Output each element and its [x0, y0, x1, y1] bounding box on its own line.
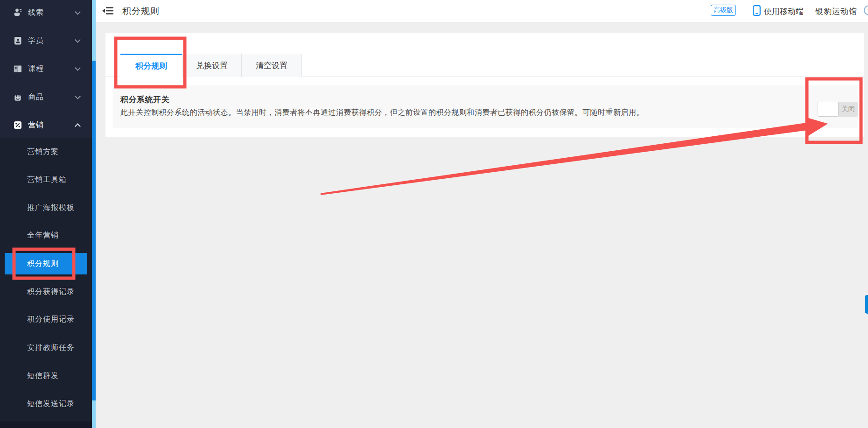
sidebar-item-marketing[interactable]: 营销	[0, 112, 92, 138]
sidebar-item-students[interactable]: 学员	[0, 28, 92, 53]
percent-icon	[13, 120, 22, 130]
points-switch-row: 积分系统开关 此开关控制积分系统的活动状态。当禁用时，消费者将不再通过消费获得积…	[113, 85, 858, 128]
sidebar-item-leads[interactable]: 线索	[0, 0, 92, 25]
top-header	[96, 0, 868, 22]
user-icon	[13, 8, 22, 17]
chevron-down-icon	[75, 93, 81, 99]
chevron-down-icon	[75, 37, 81, 43]
chevron-up-icon	[75, 123, 81, 129]
sidebar-subitem-points-earn-records[interactable]: 积分获得记录	[0, 281, 92, 302]
tab-points-rules[interactable]: 积分规则	[120, 54, 182, 77]
sidebar-item-label: 商品	[28, 92, 44, 102]
sidebar-subitem-annual-marketing[interactable]: 全年营销	[0, 225, 92, 246]
use-mobile-link[interactable]: 使用移动端	[764, 6, 804, 17]
sidebar-item-courses[interactable]: 课程	[0, 56, 92, 81]
sidebar-subitem-marketing-plan[interactable]: 营销方案	[0, 141, 92, 162]
content-card: 积分规则 兑换设置 清空设置 积分系统开关 此开关控制积分系统的活动状态。当禁用…	[105, 33, 864, 137]
sidebar-scrollbar-thumb[interactable]	[92, 61, 96, 400]
book-icon	[13, 64, 22, 73]
sidebar-item-label: 课程	[28, 64, 44, 74]
chevron-down-icon	[75, 65, 81, 71]
sidebar-item-label: 营销	[28, 120, 44, 130]
sidebar-item-label: 线索	[28, 8, 44, 18]
bag-icon	[13, 92, 22, 102]
sidebar-subitem-marketing-toolbox[interactable]: 营销工具箱	[0, 169, 92, 190]
sidebar: 线索 学员 课程	[0, 0, 92, 428]
tab-bar: 积分规则 兑换设置 清空设置	[105, 54, 864, 77]
sidebar-subitem-points-use-records[interactable]: 积分使用记录	[0, 309, 92, 330]
tab-exchange-settings[interactable]: 兑换设置	[182, 54, 242, 77]
sidebar-subitem-sms-bulk[interactable]: 短信群发	[0, 365, 92, 386]
mobile-phone-icon	[753, 5, 761, 16]
store-name[interactable]: 银豹运动馆	[815, 6, 857, 17]
tab-clear-settings[interactable]: 清空设置	[241, 54, 302, 77]
sidebar-subitem-points-rules[interactable]: 积分规则	[5, 253, 87, 274]
sidebar-subitem-sms-send-records[interactable]: 短信发送记录	[0, 393, 92, 414]
section-title: 积分系统开关	[120, 94, 169, 105]
toggle-state-label: 关闭	[839, 102, 858, 117]
points-system-toggle[interactable]: 关闭	[818, 102, 858, 117]
section-description: 此开关控制积分系统的活动状态。当禁用时，消费者将不再通过消费获得积分，但之前设置…	[120, 108, 644, 118]
sidebar-scrollbar-track[interactable]	[92, 0, 96, 428]
right-edge-handle[interactable]	[865, 295, 868, 314]
sidebar-item-label: 学员	[28, 36, 44, 46]
page-title: 积分规则	[122, 5, 160, 17]
toggle-knob	[818, 102, 839, 117]
sidebar-subitem-teacher-tasks[interactable]: 安排教师任务	[0, 337, 92, 358]
sidebar-footer	[0, 421, 92, 428]
contacts-icon	[13, 36, 22, 45]
sidebar-item-goods[interactable]: 商品	[0, 84, 92, 110]
plan-badge[interactable]: 高级版	[711, 5, 736, 16]
app-window: 线索 学员 课程	[0, 0, 868, 428]
sidebar-subitem-poster-template[interactable]: 推广海报模板	[0, 197, 92, 218]
menu-fold-icon[interactable]	[102, 6, 113, 15]
chevron-down-icon	[75, 9, 81, 15]
